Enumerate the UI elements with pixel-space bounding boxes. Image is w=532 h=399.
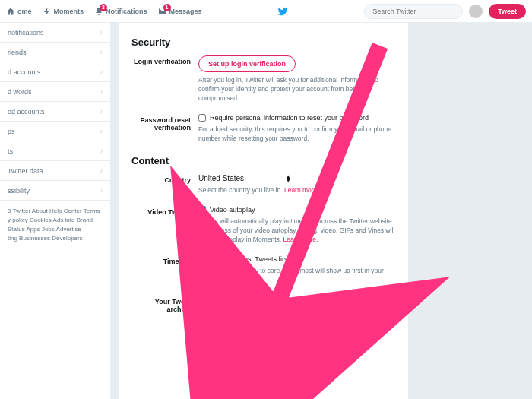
nav-home[interactable]: ome [6, 7, 32, 16]
sidebar-item-1[interactable]: riends› [0, 43, 110, 62]
sidebar-item-6[interactable]: ts› [0, 141, 110, 161]
sidebar-item-2[interactable]: d accounts› [0, 62, 110, 82]
country-row: Country United States ▴▾ Select the coun… [131, 174, 396, 195]
nav-msg-label: Messages [169, 8, 202, 15]
timeline-label: Timeline [131, 255, 198, 285]
archive-desc: You can request a file containing all yo… [198, 316, 396, 344]
search-input[interactable] [372, 8, 458, 15]
password-reset-label: Password reset verification [131, 114, 198, 144]
msg-badge: 1 [163, 4, 171, 11]
country-select[interactable]: United States ▴▾ [198, 174, 396, 182]
top-nav: ome Moments 3 Notifications 1 Messages T… [0, 0, 532, 23]
sidebar-item-label: riends [8, 49, 27, 56]
bolt-icon [43, 7, 52, 16]
sidebar-item-label: ts [8, 147, 13, 155]
password-reset-checkbox[interactable] [198, 114, 206, 122]
nav-messages[interactable]: 1 Messages [158, 7, 202, 16]
timeline-desc: Tweets you are likely to care about most… [198, 267, 396, 285]
password-reset-checkbox-row[interactable]: Require personal information to reset yo… [198, 114, 396, 122]
sidebar-item-label: ed accounts [8, 108, 45, 116]
video-autoplay-label: Video autoplay [210, 206, 255, 214]
sidebar-item-0[interactable]: notifications› [0, 23, 110, 43]
nav-notif-label: Notifications [106, 8, 147, 15]
country-learn-more-link[interactable]: Learn more. [284, 186, 319, 194]
security-heading: Security [131, 36, 396, 48]
chevron-right-icon: › [100, 28, 103, 36]
twitter-bird-icon [277, 6, 288, 17]
nav-moments[interactable]: Moments [43, 7, 84, 16]
sidebar-item-3[interactable]: d words› [0, 82, 110, 102]
sidebar-item-label: d words [8, 88, 32, 96]
password-reset-desc: For added security, this requires you to… [198, 125, 396, 144]
request-archive-button[interactable]: Request your archive [198, 296, 288, 312]
login-verification-row: Login verification Set up login verifica… [131, 55, 396, 103]
avatar[interactable] [469, 5, 483, 18]
twitter-logo[interactable] [202, 6, 365, 17]
tweet-button[interactable]: Tweet [489, 4, 526, 19]
chevron-right-icon: › [100, 147, 103, 155]
chevron-right-icon: › [100, 166, 103, 175]
nav-moments-label: Moments [54, 8, 84, 15]
setup-login-verification-button[interactable]: Set up login verification [198, 55, 296, 72]
chevron-right-icon: › [100, 68, 103, 76]
search-box[interactable] [364, 4, 463, 19]
archive-label: Your Tweet archive [131, 296, 198, 344]
select-arrows-icon: ▴▾ [287, 175, 290, 182]
sidebar-item-4[interactable]: ed accounts› [0, 102, 110, 122]
page-body: notifications›riends›d accounts›d words›… [0, 23, 532, 399]
country-desc: Select the country you live in. Learn mo… [198, 186, 396, 195]
nav-home-label: ome [17, 8, 32, 15]
video-autoplay-checkbox-row[interactable]: Video autoplay [198, 206, 396, 214]
timeline-checkbox-row[interactable]: Show the best Tweets first [198, 255, 396, 263]
timeline-row: Timeline Show the best Tweets first Twee… [131, 255, 396, 285]
archive-row: Your Tweet archive Request your archive … [131, 296, 396, 344]
main-panel: Security Login verification Set up login… [119, 23, 408, 399]
password-reset-cb-label: Require personal information to reset yo… [210, 114, 369, 122]
deactivate-account-link[interactable]: Deactivate your account [206, 384, 396, 391]
country-value: United States [198, 174, 282, 182]
chevron-right-icon: › [100, 107, 103, 116]
sidebar-item-label: ps [8, 128, 15, 135]
sidebar-item-label: Twitter data [8, 167, 43, 175]
country-label: Country [131, 174, 198, 195]
video-learn-more-link[interactable]: Learn more. [283, 236, 318, 243]
nav-right: Tweet [364, 4, 526, 19]
chevron-right-icon: › [100, 87, 103, 96]
content-heading: Content [131, 155, 396, 166]
timeline-cb-label: Show the best Tweets first [210, 255, 290, 263]
login-verification-desc: After you log in, Twitter will ask you f… [198, 76, 396, 103]
sidebar-item-label: ssibility [8, 187, 30, 195]
password-reset-row: Password reset verification Require pers… [131, 114, 396, 144]
nav-notifications[interactable]: 3 Notifications [94, 7, 147, 16]
chevron-right-icon: › [100, 127, 103, 135]
notif-badge: 3 [100, 4, 107, 11]
sidebar-item-8[interactable]: ssibility› [0, 181, 110, 201]
timeline-checkbox[interactable] [198, 255, 206, 263]
sidebar-item-label: d accounts [8, 68, 41, 76]
footer-links: 8 Twitter About Help Center Terms y poli… [0, 201, 110, 249]
timeline-learn-more-link[interactable]: Learn more. [224, 276, 259, 283]
chevron-right-icon: › [100, 48, 103, 56]
video-autoplay-checkbox[interactable] [198, 206, 206, 214]
sidebar: notifications›riends›d accounts›d words›… [0, 23, 110, 399]
sidebar-item-7[interactable]: Twitter data› [0, 161, 110, 181]
video-tweets-row: Video Tweets Video autoplay Videos will … [131, 206, 396, 245]
video-tweets-label: Video Tweets [131, 206, 198, 245]
video-desc: Videos will automatically play in timeli… [198, 217, 396, 245]
sidebar-item-5[interactable]: ps› [0, 122, 110, 141]
sidebar-item-label: notifications [8, 29, 44, 36]
save-changes-button[interactable]: Save changes [206, 353, 273, 370]
nav-left: ome Moments 3 Notifications 1 Messages [6, 7, 202, 16]
home-icon [6, 7, 15, 16]
chevron-right-icon: › [100, 186, 103, 195]
login-verification-label: Login verification [131, 55, 198, 103]
